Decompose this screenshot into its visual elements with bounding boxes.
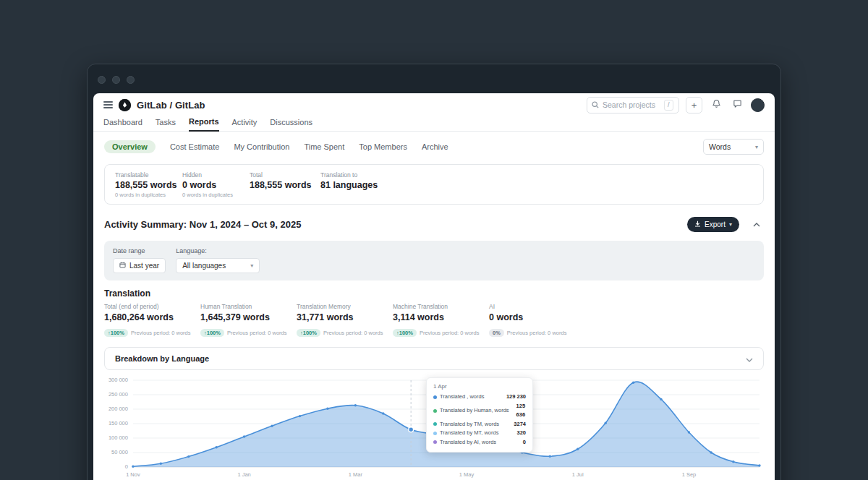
date-range-filter: Date range Last year (113, 247, 166, 273)
nav-tab-dashboard[interactable]: Dashboard (103, 118, 142, 131)
trend-badge: ↑100% (297, 329, 320, 337)
series-dot-icon (433, 422, 437, 426)
series-dot-icon (433, 432, 437, 435)
bell-icon (712, 98, 721, 111)
svg-text:250 000: 250 000 (109, 391, 128, 398)
report-tab-time-spent[interactable]: Time Spent (304, 142, 344, 151)
tooltip-row: Translated by TM, words3274 (433, 420, 526, 429)
summary-stats-card: Translatable 188,555 words 0 words in du… (104, 164, 764, 205)
trend-badge: ↑100% (393, 329, 417, 337)
menu-icon[interactable] (103, 101, 113, 108)
calendar-icon (119, 262, 126, 270)
svg-text:300 000: 300 000 (109, 377, 128, 383)
svg-text:1 May: 1 May (459, 471, 475, 478)
plus-icon: + (692, 100, 697, 111)
window-control-icon[interactable] (112, 76, 120, 84)
trend-badge: ↑100% (104, 329, 128, 337)
stat-hidden: Hidden 0 words 0 words in duplicates (182, 171, 250, 198)
nav-tab-discussions[interactable]: Discussions (270, 118, 312, 131)
report-tab-top-members[interactable]: Top Members (359, 142, 407, 151)
window-control-icon[interactable] (127, 76, 135, 84)
series-dot-icon (433, 409, 437, 413)
window-control-icon[interactable] (98, 76, 106, 84)
report-tab-overview[interactable]: Overview (104, 140, 156, 153)
chart-tooltip: 1 AprTranslated , words129 230Translated… (426, 377, 533, 453)
window-titlebar (88, 64, 780, 84)
language-select[interactable]: All languages ▾ (176, 258, 260, 273)
download-icon (694, 220, 701, 228)
stat-total: Total 188,555 words (250, 171, 320, 198)
svg-text:100 000: 100 000 (109, 434, 128, 441)
chat-icon (733, 98, 742, 111)
messages-button[interactable] (730, 98, 744, 112)
stat-translation-to: Translation to 81 languages (320, 171, 388, 198)
language-filter: Language: All languages ▾ (176, 247, 260, 273)
report-tab-my-contribution[interactable]: My Contribution (234, 142, 289, 151)
report-tab-cost-estimate[interactable]: Cost Estimate (170, 142, 219, 151)
translation-stats-row: Total (end of period) 1,680,264 words ↑1… (104, 303, 764, 338)
search-shortcut-key: / (664, 100, 673, 111)
tooltip-row: Translated , words129 230 (433, 393, 526, 402)
project-logo (119, 99, 131, 111)
svg-text:150 000: 150 000 (109, 420, 128, 427)
page-title: GitLab / GitLab (137, 100, 205, 111)
user-avatar[interactable] (751, 98, 765, 112)
svg-text:1 Sep: 1 Sep (682, 471, 697, 478)
svg-text:1 Mar: 1 Mar (349, 471, 363, 478)
export-button[interactable]: Export ▾ (687, 217, 739, 232)
series-dot-icon (433, 395, 437, 399)
svg-text:1 Jul: 1 Jul (572, 471, 584, 478)
activity-chart-area: 050 000100 000150 000200 000250 000300 0… (104, 376, 764, 480)
chevron-down-icon (746, 352, 753, 365)
trend-badge: ↑100% (200, 329, 224, 337)
stat-translatable: Translatable 188,555 words 0 words in du… (115, 171, 182, 198)
breakdown-by-language-panel[interactable]: Breakdown by Language (104, 347, 764, 370)
chevron-down-icon: ▾ (250, 262, 253, 269)
nav-tab-activity[interactable]: Activity (232, 118, 258, 131)
series-dot-icon (433, 440, 437, 444)
report-tabs: Overview Cost Estimate My Contribution T… (104, 132, 764, 160)
translation-stat-total: Total (end of period) 1,680,264 words ↑1… (104, 303, 200, 338)
tooltip-row: Translated by AI, words0 (433, 438, 526, 447)
project-reports-page: GitLab / GitLab / + (93, 93, 775, 480)
filters-panel: Date range Last year Language: All langu… (104, 241, 764, 280)
top-bar: GitLab / GitLab / + (93, 93, 775, 116)
notifications-button[interactable] (709, 98, 723, 112)
collapse-section-button[interactable] (749, 218, 764, 232)
svg-text:1 Nov: 1 Nov (126, 471, 140, 478)
svg-text:0: 0 (125, 463, 128, 470)
primary-nav: Dashboard Tasks Reports Activity Discuss… (93, 116, 775, 132)
svg-text:50 000: 50 000 (111, 449, 128, 455)
search-input[interactable] (603, 100, 660, 109)
top-bar-actions: / + (587, 97, 765, 113)
chevron-down-icon: ▾ (755, 144, 758, 150)
tooltip-date: 1 Apr (433, 383, 526, 390)
svg-text:1 Jan: 1 Jan (237, 471, 250, 478)
svg-text:200 000: 200 000 (109, 406, 128, 412)
date-range-button[interactable]: Last year (113, 258, 166, 273)
app-window: GitLab / GitLab / + (87, 64, 781, 480)
activity-summary-header: Activity Summary: Nov 1, 2024 – Oct 9, 2… (104, 217, 764, 232)
search-icon (592, 98, 599, 111)
report-tab-archive[interactable]: Archive (422, 142, 448, 151)
tooltip-row: Translated by MT, words320 (433, 429, 526, 438)
chevron-down-icon: ▾ (729, 221, 732, 228)
translation-heading: Translation (104, 288, 764, 299)
nav-tab-tasks[interactable]: Tasks (156, 118, 176, 131)
translation-stat-mt: Machine Translation 3,114 words ↑100%Pre… (393, 303, 489, 338)
translation-stat-ai: AI 0 words 0%Previous period: 0 words (489, 303, 585, 338)
search-box[interactable]: / (587, 97, 679, 113)
tooltip-row: Translated by Human, words125 636 (433, 402, 526, 420)
translation-stat-human: Human Translation 1,645,379 words ↑100%P… (200, 303, 297, 338)
nav-tab-reports[interactable]: Reports (189, 117, 219, 132)
translation-stat-tm: Translation Memory 31,771 words ↑100%Pre… (297, 303, 393, 338)
activity-summary-title: Activity Summary: Nov 1, 2024 – Oct 9, 2… (104, 219, 301, 230)
create-button[interactable]: + (686, 97, 702, 113)
trend-badge: 0% (489, 329, 504, 337)
report-content: Overview Cost Estimate My Contribution T… (93, 132, 775, 480)
unit-select[interactable]: Words ▾ (703, 139, 764, 155)
